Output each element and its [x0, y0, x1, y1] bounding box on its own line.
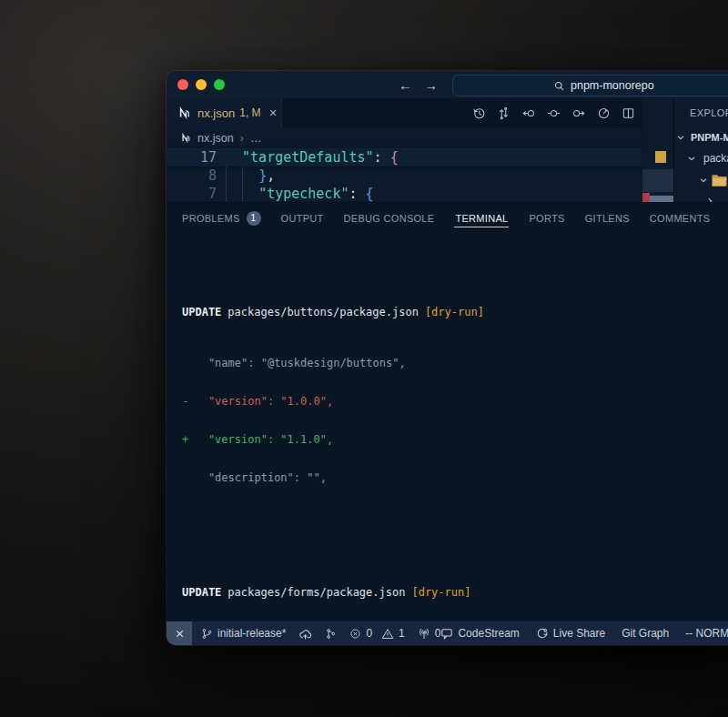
commit-graph-button[interactable]: [325, 628, 337, 640]
chevron-right-icon: ›: [240, 131, 244, 145]
git-branch-icon: [201, 628, 213, 640]
titlebar: ← → pnpm-monorepo: [167, 71, 728, 98]
git-branch-status[interactable]: initial-release*: [201, 627, 286, 640]
warnings-icon: [381, 628, 394, 640]
minimap-modified-mark: [655, 151, 666, 163]
live-share-icon: [536, 627, 549, 640]
explorer-title: EXPLORER: [674, 98, 728, 127]
errors-icon: [349, 628, 361, 640]
line-number: 8: [167, 167, 217, 185]
remote-indicator[interactable]: [167, 621, 192, 645]
tab-output[interactable]: OUTPUT: [281, 213, 324, 224]
workspace-name: pnpm-monorepo: [571, 79, 654, 92]
terminal-line: - "version": "1.0.0",: [182, 395, 728, 408]
nx-logo-icon: [178, 106, 191, 119]
minimap-error-mark: [642, 193, 650, 202]
minimize-window-button[interactable]: [196, 79, 207, 90]
nx-logo-icon: [181, 133, 191, 143]
terminal-update-header: UPDATEpackages/forms/package.json[dry-ru…: [182, 586, 728, 599]
terminal-update-header: UPDATEpackages/buttons/package.json[dry-…: [182, 306, 728, 318]
problems-count-badge: 1: [247, 211, 261, 226]
sync-changes-icon[interactable]: [497, 106, 511, 120]
explorer-item-row[interactable]: [674, 191, 728, 202]
breadcrumb-more[interactable]: …: [250, 132, 262, 145]
ports-count: 0: [435, 627, 441, 640]
terminal-line: "name": "@tuskdesign/buttons",: [182, 357, 728, 369]
breadcrumb-file[interactable]: nx.json: [197, 132, 234, 145]
workspace-root-label: PNPM-MONOREPO: [689, 132, 728, 143]
tab-comments[interactable]: COMMENTS: [650, 213, 711, 224]
editor-group: nx.json 1, M ✕ ⋯: [167, 98, 673, 202]
tab-debug-console[interactable]: DEBUG CONSOLE: [344, 213, 435, 224]
bottom-panel: PROBLEMS1 OUTPUT DEBUG CONSOLE TERMINAL …: [167, 202, 728, 622]
code-line-sticky: 17 "targetDefaults": {: [167, 148, 673, 167]
editor-code-area[interactable]: 17 "targetDefaults": { 8 }, 7 "typecheck…: [167, 148, 673, 202]
codestream-status[interactable]: CodeStream: [440, 627, 519, 640]
traffic-lights: [167, 79, 225, 90]
close-window-button[interactable]: [177, 79, 188, 90]
navigate-forward-button[interactable]: →: [424, 77, 438, 93]
vscode-window: ← → pnpm-monorepo nx.json 1, M ✕: [167, 71, 728, 645]
remote-window-icon: [174, 628, 186, 640]
publish-changes-button[interactable]: [298, 628, 312, 640]
minimap: [642, 98, 674, 202]
ports-status[interactable]: 0: [418, 627, 441, 640]
codestream-icon: [440, 628, 453, 640]
command-center-search[interactable]: pnpm-monorepo: [452, 75, 728, 96]
terminal-update-block: UPDATEpackages/buttons/package.json[dry-…: [182, 280, 728, 510]
zoom-window-button[interactable]: [214, 79, 225, 90]
terminal-line: "description": "",: [182, 471, 728, 484]
chevron-down-icon: [699, 176, 708, 185]
terminal-line: + "version": "1.1.0",: [182, 433, 728, 446]
indent-guide: [226, 167, 227, 202]
folder-label: packages: [703, 152, 728, 165]
warning-count: 1: [399, 627, 405, 640]
tab-terminal[interactable]: TERMINAL: [454, 209, 509, 227]
vim-mode-indicator[interactable]: -- NORMAL --: [685, 627, 728, 640]
tab-problems[interactable]: PROBLEMS1: [182, 211, 261, 226]
status-bar: initial-release* 0 1 0: [167, 621, 728, 645]
live-share-status[interactable]: Live Share: [536, 627, 605, 640]
problems-status[interactable]: 0 1: [349, 627, 404, 640]
explorer-root-row[interactable]: PNPM-MONOREPO: [674, 127, 728, 147]
previous-change-icon[interactable]: [521, 106, 536, 120]
current-change-icon[interactable]: [547, 106, 561, 120]
chevron-down-icon: [676, 133, 685, 142]
commit-graph-icon: [325, 628, 337, 640]
git-graph-status[interactable]: Git Graph: [622, 627, 669, 640]
minimap-slider[interactable]: [642, 169, 674, 192]
folder-icon: [712, 174, 727, 187]
chevron-down-icon: [687, 154, 696, 163]
editor-tabstrip: nx.json 1, M ✕ ⋯: [167, 98, 673, 127]
workbench-main: nx.json 1, M ✕ ⋯: [167, 98, 728, 202]
navigate-back-button[interactable]: ←: [399, 77, 412, 93]
search-icon: [553, 80, 565, 92]
timeline-icon[interactable]: [597, 106, 611, 120]
explorer-sidebar: EXPLORER PNPM-MONOREPO packages: [673, 98, 728, 202]
tab-ports[interactable]: PORTS: [529, 213, 564, 224]
tab-decorations: 1, M: [239, 106, 260, 119]
breadcrumb[interactable]: nx.json › …: [167, 127, 673, 148]
history-icon[interactable]: [472, 106, 486, 120]
explorer-folder-row[interactable]: [674, 169, 728, 191]
explorer-folder-row[interactable]: packages: [674, 147, 728, 169]
tab-filename: nx.json: [197, 106, 235, 120]
next-change-icon[interactable]: [571, 106, 586, 120]
cloud-upload-icon: [298, 628, 312, 640]
line-number: 17: [167, 148, 217, 167]
desktop-background: ← → pnpm-monorepo nx.json 1, M ✕: [0, 0, 728, 717]
line-number: 7: [167, 185, 217, 202]
tab-nx-json[interactable]: nx.json 1, M ✕: [167, 98, 282, 127]
indent-guide: [242, 167, 243, 202]
minimap-block-mark: [650, 196, 674, 202]
tab-gitlens[interactable]: GITLENS: [585, 213, 630, 224]
error-count: 0: [366, 627, 372, 640]
panel-tabbar: PROBLEMS1 OUTPUT DEBUG CONSOLE TERMINAL …: [167, 203, 728, 233]
split-editor-icon[interactable]: [622, 106, 635, 120]
terminal-output[interactable]: UPDATEpackages/buttons/package.json[dry-…: [167, 233, 728, 645]
radio-tower-icon: [418, 628, 430, 640]
close-tab-icon[interactable]: ✕: [269, 107, 278, 119]
